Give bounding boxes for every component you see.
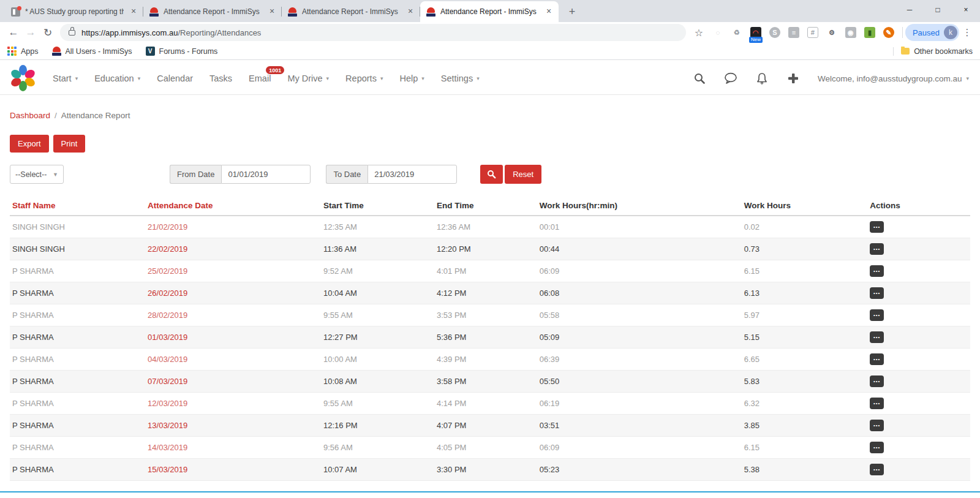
- gauge-icon[interactable]: ◠New: [750, 26, 762, 39]
- cog-icon[interactable]: ⚙: [826, 26, 838, 39]
- back-icon[interactable]: ←: [5, 24, 22, 41]
- nav-item-label: Tasks: [209, 74, 232, 83]
- close-tab-icon[interactable]: ×: [405, 7, 415, 17]
- url-path: /Reporting/Attendances: [178, 28, 262, 37]
- row-actions-button[interactable]: •••: [870, 375, 884, 387]
- nav-item-tasks[interactable]: Tasks: [209, 74, 232, 83]
- row-actions-button[interactable]: •••: [870, 398, 884, 409]
- from-date-group: From Date: [170, 165, 311, 184]
- circle-icon[interactable]: ◌: [712, 26, 724, 39]
- table-row: SINGH SINGH22/02/201911:36 AM12:20 PM00:…: [10, 238, 970, 260]
- bookmark-star-icon[interactable]: ☆: [691, 25, 707, 40]
- phone-icon[interactable]: ▮: [864, 26, 876, 39]
- add-plus-icon[interactable]: [786, 72, 800, 85]
- nav-item-reports[interactable]: Reports▾: [345, 74, 383, 83]
- nav-item-calendar[interactable]: Calendar: [157, 74, 193, 83]
- document-icon[interactable]: ≡: [788, 26, 800, 39]
- other-bookmarks[interactable]: Other bookmarks: [893, 47, 973, 56]
- chevron-down-icon: ▾: [421, 75, 424, 81]
- search-button[interactable]: [480, 165, 503, 184]
- search-icon[interactable]: [693, 72, 706, 85]
- forward-icon[interactable]: →: [22, 24, 39, 41]
- notifications-bell-icon[interactable]: [755, 72, 769, 85]
- row-actions-button[interactable]: •••: [870, 309, 884, 321]
- minimize-button[interactable]: ─: [895, 0, 924, 20]
- row-actions-button[interactable]: •••: [870, 287, 884, 299]
- skype-icon[interactable]: S: [769, 26, 781, 39]
- nav-item-email[interactable]: Email1001: [249, 74, 271, 83]
- reset-button[interactable]: Reset: [505, 165, 541, 184]
- nav-item-label: My Drive: [287, 74, 322, 83]
- immisys-favicon: [288, 7, 297, 17]
- browser-tab[interactable]: Attendance Report - ImmiSys×: [420, 1, 559, 22]
- chat-icon[interactable]: [724, 72, 737, 85]
- new-tab-button[interactable]: +: [564, 3, 581, 20]
- bookmark-label: Apps: [21, 47, 39, 56]
- col-work-hours-hr-min: Work Hours(hr:min): [537, 196, 742, 216]
- nav-item-help[interactable]: Help▾: [399, 74, 424, 83]
- nav-item-education[interactable]: Education▾: [94, 74, 140, 83]
- bookmark-forums-forums[interactable]: VForums - Forums: [146, 47, 218, 56]
- new-badge: New: [749, 37, 763, 43]
- cell-work-hours: 3.85: [742, 415, 867, 437]
- sync-paused-chip[interactable]: Paused k: [905, 24, 959, 41]
- col-work-hours: Work Hours: [742, 196, 867, 216]
- user-account-menu[interactable]: Welcome, info@ausstudygroup.com.au ▾: [818, 74, 969, 83]
- nav-item-settings[interactable]: Settings▾: [441, 74, 480, 83]
- cell-work-hours: 0.02: [742, 216, 867, 238]
- bookmark-all-users-immisys[interactable]: All Users - ImmiSys: [52, 47, 132, 56]
- browser-tab[interactable]: * AUS Study group reporting tha×: [5, 1, 143, 22]
- cell-actions: •••: [867, 326, 970, 349]
- close-window-button[interactable]: ×: [952, 0, 980, 20]
- browser-menu-icon[interactable]: ⋮: [959, 25, 975, 40]
- col-staff-name[interactable]: Staff Name: [10, 196, 145, 216]
- row-actions-button[interactable]: •••: [870, 464, 884, 475]
- cell-start-time: 9:55 AM: [321, 304, 434, 326]
- print-button[interactable]: Print: [53, 135, 86, 153]
- grid-icon[interactable]: #: [807, 26, 819, 39]
- to-date-input[interactable]: [368, 165, 457, 184]
- close-tab-icon[interactable]: ×: [544, 7, 554, 17]
- nav-item-my-drive[interactable]: My Drive▾: [287, 74, 329, 83]
- cell-actions: •••: [867, 371, 970, 393]
- immisys-favicon: [149, 7, 159, 17]
- forums-icon: V: [146, 47, 155, 56]
- row-actions-button[interactable]: •••: [870, 331, 884, 343]
- cell-staff-name: SINGH SINGH: [10, 216, 145, 238]
- cell-attendance-date: 28/02/2019: [145, 304, 321, 326]
- row-actions-button[interactable]: •••: [870, 265, 884, 277]
- row-actions-button[interactable]: •••: [870, 243, 884, 255]
- address-bar[interactable]: https://app.immisys.com.au/Reporting/Att…: [60, 24, 686, 41]
- row-actions-button[interactable]: •••: [870, 420, 884, 431]
- close-tab-icon[interactable]: ×: [267, 7, 277, 17]
- recycle-icon-glyph: ♻: [731, 27, 742, 38]
- row-actions-button[interactable]: •••: [870, 353, 884, 365]
- cell-actions: •••: [867, 282, 970, 304]
- row-actions-button[interactable]: •••: [870, 221, 884, 233]
- staff-select-dropdown[interactable]: --Select-- ▼: [10, 165, 64, 184]
- cell-end-time: 4:05 PM: [434, 437, 537, 459]
- aus-study-group-logo[interactable]: [10, 65, 37, 92]
- reload-icon[interactable]: ↻: [39, 24, 56, 41]
- browser-toolbar: ← → ↻ https://app.immisys.com.au/Reporti…: [0, 22, 980, 43]
- breadcrumb-dashboard-link[interactable]: Dashboard: [10, 111, 50, 120]
- from-date-input[interactable]: [221, 165, 311, 184]
- browser-tab[interactable]: Attendance Report - ImmiSys×: [143, 1, 282, 22]
- col-start-time: Start Time: [321, 196, 434, 216]
- from-date-label: From Date: [170, 165, 221, 184]
- cell-work-hours: 6.65: [742, 349, 867, 371]
- export-button[interactable]: Export: [10, 135, 49, 153]
- feather-icon[interactable]: ✎: [883, 26, 895, 39]
- col-attendance-date[interactable]: Attendance Date: [145, 196, 321, 216]
- profile-avatar[interactable]: k: [944, 26, 957, 39]
- camera-icon[interactable]: ◉: [845, 26, 857, 39]
- nav-item-start[interactable]: Start▾: [53, 74, 78, 83]
- close-tab-icon[interactable]: ×: [129, 7, 138, 17]
- to-date-group: To Date: [326, 165, 457, 184]
- recycle-icon[interactable]: ♻: [731, 26, 743, 39]
- browser-tab[interactable]: Attendance Report - ImmiSys×: [282, 1, 420, 22]
- bookmark-apps[interactable]: Apps: [7, 47, 39, 56]
- row-actions-button[interactable]: •••: [870, 442, 884, 453]
- cell-actions: •••: [867, 415, 970, 437]
- maximize-button[interactable]: □: [924, 0, 952, 20]
